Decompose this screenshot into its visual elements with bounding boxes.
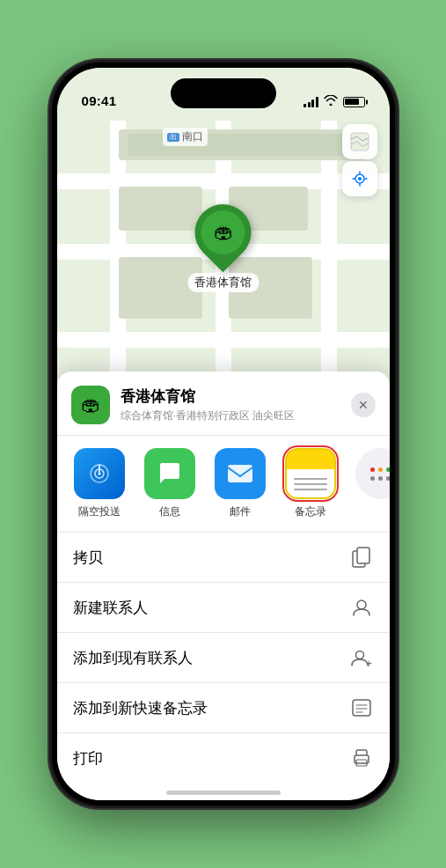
svg-point-5 (98, 473, 100, 475)
pin-circle: 🏟 (183, 193, 263, 273)
mail-icon (215, 448, 266, 499)
action-add-quicknote[interactable]: 添加到新快速备忘录 (57, 683, 390, 733)
svg-rect-0 (351, 133, 369, 151)
notes-lines (294, 478, 327, 490)
svg-point-2 (358, 177, 362, 180)
venue-emoji: 🏟 (81, 394, 100, 416)
dynamic-island (171, 78, 276, 108)
notes-icon (285, 448, 336, 499)
more-dots-row2 (370, 476, 390, 481)
svg-rect-7 (228, 465, 252, 482)
new-contact-icon (349, 595, 374, 620)
action-copy-label: 拷贝 (73, 548, 103, 568)
location-pin: 🏟 香港体育馆 (187, 204, 259, 292)
map-type-button[interactable] (342, 124, 377, 159)
sheet-header: 🏟 香港体育馆 综合体育馆·香港特别行政区 油尖旺区 ✕ (57, 371, 390, 436)
notes-label: 备忘录 (295, 504, 326, 519)
signal-bar-4 (316, 97, 318, 107)
action-add-quicknote-label: 添加到新快速备忘录 (73, 698, 208, 718)
action-new-contact[interactable]: 新建联系人 (57, 583, 390, 633)
action-copy[interactable]: 拷贝 (57, 533, 390, 583)
status-icons (303, 95, 365, 108)
wifi-icon (324, 95, 338, 108)
pin-label: 香港体育馆 (187, 273, 259, 292)
venue-name: 香港体育馆 (121, 386, 340, 407)
share-app-messages[interactable]: 信息 (138, 448, 201, 519)
share-icons-row: 隔空投送 信息 (57, 436, 390, 533)
signal-bar-1 (303, 104, 306, 107)
map-label-icon: 出 (167, 133, 179, 142)
close-button[interactable]: ✕ (351, 393, 376, 417)
add-existing-icon: + (349, 645, 374, 670)
print-icon (349, 746, 374, 770)
map-controls (342, 124, 377, 196)
home-indicator (166, 791, 281, 795)
pin-inner: 🏟 (201, 210, 245, 254)
venue-subtitle: 综合体育馆·香港特别行政区 油尖旺区 (121, 408, 340, 423)
svg-rect-13 (353, 700, 370, 716)
phone-frame: 09:41 (52, 63, 395, 805)
svg-rect-9 (357, 548, 369, 563)
more-icon (355, 448, 390, 499)
action-print[interactable]: 打印 (57, 733, 390, 783)
share-app-notes[interactable]: 备忘录 (279, 448, 342, 519)
map-north-gate-label: 出 南口 (163, 128, 208, 146)
svg-point-11 (355, 651, 363, 659)
action-new-contact-label: 新建联系人 (73, 598, 148, 618)
location-button[interactable] (342, 161, 377, 196)
phone-screen: 09:41 (57, 68, 390, 800)
share-app-more[interactable]: 推 (349, 448, 390, 519)
map-block-inner (128, 134, 356, 156)
svg-point-10 (357, 600, 366, 609)
signal-bar-2 (308, 102, 311, 107)
more-dots-row1 (370, 467, 390, 472)
mail-label: 邮件 (230, 504, 251, 519)
action-print-label: 打印 (73, 748, 103, 769)
airdrop-icon (74, 448, 125, 499)
status-time: 09:41 (82, 93, 117, 108)
airdrop-label: 隔空投送 (78, 504, 121, 519)
share-app-mail[interactable]: 邮件 (208, 448, 272, 519)
svg-text:+: + (366, 658, 372, 667)
signal-bars-icon (303, 97, 318, 107)
share-app-airdrop[interactable]: 隔空投送 (68, 448, 131, 519)
copy-icon (349, 545, 374, 570)
bottom-sheet: 🏟 香港体育馆 综合体育馆·香港特别行政区 油尖旺区 ✕ (57, 371, 390, 800)
battery-fill (345, 99, 359, 105)
messages-icon (144, 448, 195, 499)
venue-info: 香港体育馆 综合体育馆·香港特别行政区 油尖旺区 (121, 386, 340, 423)
pin-stadium-icon: 🏟 (214, 221, 233, 244)
messages-label: 信息 (159, 504, 180, 519)
action-add-existing[interactable]: 添加到现有联系人 + (57, 633, 390, 683)
action-list: 拷贝 新建联系人 (57, 533, 390, 783)
venue-icon: 🏟 (71, 386, 110, 424)
action-add-existing-label: 添加到现有联系人 (73, 648, 193, 668)
signal-bar-3 (311, 99, 314, 107)
quicknote-icon (349, 695, 374, 720)
battery-icon (343, 97, 365, 107)
